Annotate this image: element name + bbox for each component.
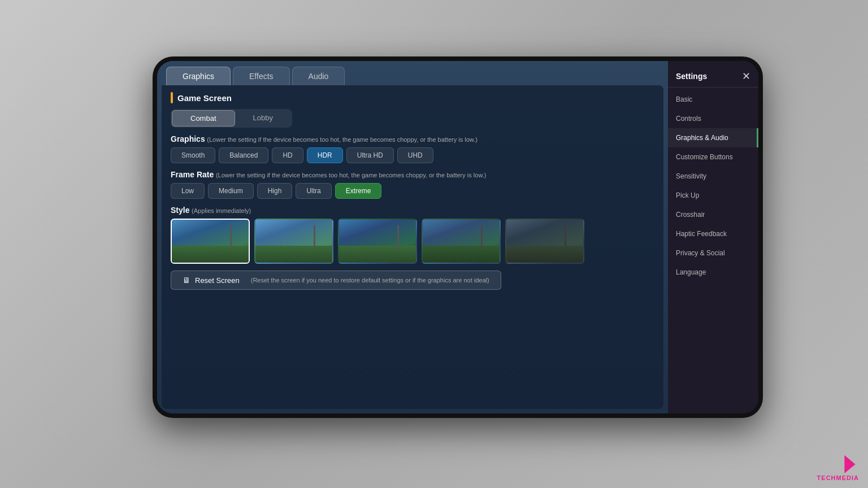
sidebar-item-privacy-social[interactable]: Privacy & Social: [668, 243, 758, 263]
style-label-main: Style: [171, 206, 189, 215]
tab-audio[interactable]: Audio: [292, 67, 345, 85]
content-area: Game Screen Combat Lobby Graphics (Lower…: [162, 85, 663, 409]
reset-button-description: (Reset the screen if you need to restore…: [251, 277, 489, 284]
sidebar-item-crosshair[interactable]: Crosshair: [668, 205, 758, 224]
frame-rate-label-sub: (Lower the setting if the device becomes…: [216, 172, 487, 178]
tower-icon-2: [314, 225, 315, 248]
style-label: Style (Applies immediately): [171, 206, 654, 215]
reset-icon: 🖥: [183, 276, 190, 285]
graphics-option-balanced[interactable]: Balanced: [219, 147, 268, 163]
sidebar-item-sensitivity[interactable]: Sensitivity: [668, 167, 758, 186]
sidebar-header: Settings ✕: [668, 66, 758, 88]
reset-button-label: Reset Screen: [195, 276, 240, 285]
style-thumb-1[interactable]: [171, 219, 250, 264]
top-tabs-container: Graphics Effects Audio: [157, 61, 668, 85]
style-thumb-2[interactable]: [254, 219, 333, 264]
game-screen-title: Game Screen: [177, 93, 232, 103]
style-thumbnails: [171, 219, 654, 264]
frame-rate-options: Low Medium High Ultra Extreme: [171, 183, 654, 199]
graphics-label: Graphics (Lower the setting if the devic…: [171, 134, 654, 143]
graphics-options: Smooth Balanced HD HDR Ultra HD UHD: [171, 147, 654, 163]
graphics-option-uhd[interactable]: UHD: [397, 147, 433, 163]
tower-icon-3: [397, 225, 399, 248]
watermark: TECHMEDIA: [817, 455, 859, 481]
graphics-option-ultra-hd[interactable]: Ultra HD: [346, 147, 394, 163]
style-label-sub: (Applies immediately): [192, 207, 251, 214]
main-panel: Graphics Effects Audio Game Screen Comba…: [157, 61, 668, 413]
sidebar-item-customize-buttons[interactable]: Customize Buttons: [668, 147, 758, 167]
sidebar-item-haptic-feedback[interactable]: Haptic Feedback: [668, 224, 758, 243]
tab-lobby[interactable]: Lobby: [235, 110, 291, 127]
style-thumb-5[interactable]: [505, 219, 584, 264]
frame-rate-section: Frame Rate (Lower the setting if the dev…: [171, 170, 654, 199]
tower-icon-4: [481, 225, 483, 248]
phone-device: Graphics Effects Audio Game Screen Comba…: [153, 56, 763, 418]
sidebar-item-language[interactable]: Language: [668, 263, 758, 282]
phone-screen: Graphics Effects Audio Game Screen Comba…: [157, 61, 758, 413]
sub-tabs-container: Combat Lobby: [171, 109, 292, 128]
section-bar-icon: [171, 92, 173, 103]
sidebar-item-graphics-audio[interactable]: Graphics & Audio: [668, 128, 758, 147]
game-screen-header: Game Screen: [171, 92, 654, 103]
right-sidebar: Settings ✕ Basic Controls Graphics & Aud…: [668, 61, 758, 413]
tab-graphics[interactable]: Graphics: [166, 67, 231, 85]
graphics-option-hdr[interactable]: HDR: [307, 147, 343, 163]
graphics-option-hd[interactable]: HD: [272, 147, 303, 163]
sidebar-item-pick-up[interactable]: Pick Up: [668, 186, 758, 205]
frame-rate-option-low[interactable]: Low: [171, 183, 205, 199]
frame-rate-option-high[interactable]: High: [257, 183, 293, 199]
reset-screen-button[interactable]: 🖥 Reset Screen (Reset the screen if you …: [171, 271, 501, 290]
tab-effects[interactable]: Effects: [233, 67, 290, 85]
close-button[interactable]: ✕: [742, 70, 750, 82]
style-thumb-3[interactable]: [338, 219, 417, 264]
tower-icon-1: [230, 225, 232, 248]
frame-rate-label-main: Frame Rate: [171, 170, 214, 179]
tower-icon-5: [565, 225, 566, 248]
graphics-option-smooth[interactable]: Smooth: [171, 147, 215, 163]
frame-rate-label: Frame Rate (Lower the setting if the dev…: [171, 170, 654, 179]
tab-combat[interactable]: Combat: [172, 110, 235, 127]
sidebar-item-controls[interactable]: Controls: [668, 109, 758, 128]
style-thumb-4[interactable]: [422, 219, 501, 264]
style-section: Style (Applies immediately): [171, 206, 654, 264]
frame-rate-option-medium[interactable]: Medium: [208, 183, 254, 199]
techmedia-logo-icon: [841, 455, 859, 473]
graphics-label-main: Graphics: [171, 134, 205, 143]
frame-rate-option-extreme[interactable]: Extreme: [335, 183, 382, 199]
frame-rate-option-ultra[interactable]: Ultra: [296, 183, 331, 199]
graphics-label-sub: (Lower the setting if the device becomes…: [207, 136, 478, 143]
watermark-text: TECHMEDIA: [817, 474, 859, 481]
sidebar-title: Settings: [676, 72, 707, 81]
sidebar-item-basic[interactable]: Basic: [668, 90, 758, 109]
graphics-section: Graphics (Lower the setting if the devic…: [171, 134, 654, 163]
